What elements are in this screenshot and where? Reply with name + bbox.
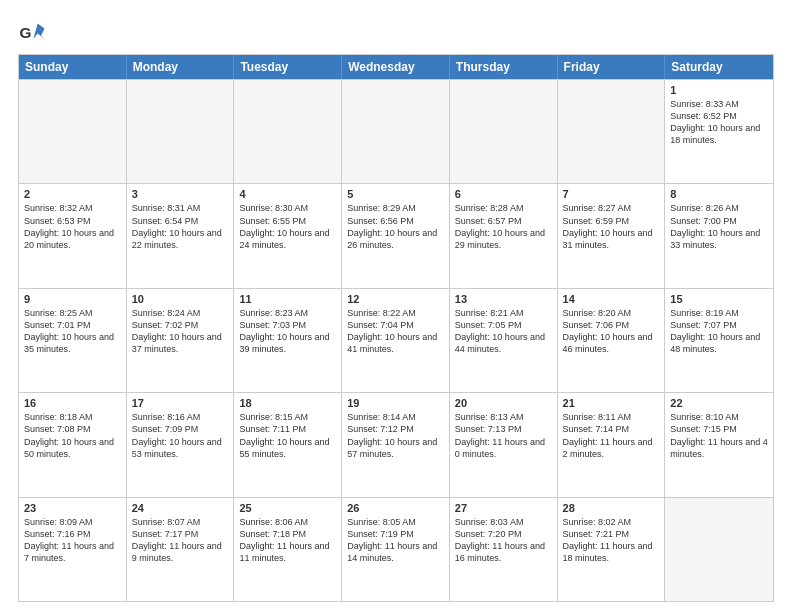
day-number: 15	[670, 293, 768, 305]
day-info: Sunrise: 8:10 AM Sunset: 7:15 PM Dayligh…	[670, 412, 768, 458]
calendar-cell	[342, 80, 450, 183]
day-info: Sunrise: 8:26 AM Sunset: 7:00 PM Dayligh…	[670, 203, 760, 249]
day-number: 6	[455, 188, 552, 200]
calendar-cell: 4Sunrise: 8:30 AM Sunset: 6:55 PM Daylig…	[234, 184, 342, 287]
cal-header-day: Saturday	[665, 55, 773, 79]
day-info: Sunrise: 8:21 AM Sunset: 7:05 PM Dayligh…	[455, 308, 545, 354]
day-number: 12	[347, 293, 444, 305]
calendar-cell: 1Sunrise: 8:33 AM Sunset: 6:52 PM Daylig…	[665, 80, 773, 183]
day-info: Sunrise: 8:32 AM Sunset: 6:53 PM Dayligh…	[24, 203, 114, 249]
calendar-cell: 16Sunrise: 8:18 AM Sunset: 7:08 PM Dayli…	[19, 393, 127, 496]
calendar-cell: 11Sunrise: 8:23 AM Sunset: 7:03 PM Dayli…	[234, 289, 342, 392]
calendar-cell: 18Sunrise: 8:15 AM Sunset: 7:11 PM Dayli…	[234, 393, 342, 496]
day-info: Sunrise: 8:25 AM Sunset: 7:01 PM Dayligh…	[24, 308, 114, 354]
svg-text:G: G	[19, 24, 31, 41]
calendar-cell	[19, 80, 127, 183]
day-info: Sunrise: 8:11 AM Sunset: 7:14 PM Dayligh…	[563, 412, 653, 458]
day-info: Sunrise: 8:13 AM Sunset: 7:13 PM Dayligh…	[455, 412, 545, 458]
day-number: 17	[132, 397, 229, 409]
calendar-cell: 24Sunrise: 8:07 AM Sunset: 7:17 PM Dayli…	[127, 498, 235, 601]
calendar-row: 9Sunrise: 8:25 AM Sunset: 7:01 PM Daylig…	[19, 288, 773, 392]
cal-header-day: Monday	[127, 55, 235, 79]
day-info: Sunrise: 8:33 AM Sunset: 6:52 PM Dayligh…	[670, 99, 760, 145]
calendar-cell	[127, 80, 235, 183]
day-info: Sunrise: 8:22 AM Sunset: 7:04 PM Dayligh…	[347, 308, 437, 354]
day-number: 27	[455, 502, 552, 514]
calendar-cell: 28Sunrise: 8:02 AM Sunset: 7:21 PM Dayli…	[558, 498, 666, 601]
calendar-cell: 22Sunrise: 8:10 AM Sunset: 7:15 PM Dayli…	[665, 393, 773, 496]
cal-header-day: Sunday	[19, 55, 127, 79]
day-info: Sunrise: 8:09 AM Sunset: 7:16 PM Dayligh…	[24, 517, 114, 563]
day-info: Sunrise: 8:20 AM Sunset: 7:06 PM Dayligh…	[563, 308, 653, 354]
calendar-body: 1Sunrise: 8:33 AM Sunset: 6:52 PM Daylig…	[19, 79, 773, 601]
calendar-cell: 8Sunrise: 8:26 AM Sunset: 7:00 PM Daylig…	[665, 184, 773, 287]
calendar: SundayMondayTuesdayWednesdayThursdayFrid…	[18, 54, 774, 602]
calendar-cell: 13Sunrise: 8:21 AM Sunset: 7:05 PM Dayli…	[450, 289, 558, 392]
day-number: 21	[563, 397, 660, 409]
calendar-cell: 25Sunrise: 8:06 AM Sunset: 7:18 PM Dayli…	[234, 498, 342, 601]
cal-header-day: Friday	[558, 55, 666, 79]
day-number: 18	[239, 397, 336, 409]
calendar-cell: 7Sunrise: 8:27 AM Sunset: 6:59 PM Daylig…	[558, 184, 666, 287]
day-number: 20	[455, 397, 552, 409]
calendar-cell: 12Sunrise: 8:22 AM Sunset: 7:04 PM Dayli…	[342, 289, 450, 392]
day-number: 10	[132, 293, 229, 305]
day-info: Sunrise: 8:16 AM Sunset: 7:09 PM Dayligh…	[132, 412, 222, 458]
calendar-row: 1Sunrise: 8:33 AM Sunset: 6:52 PM Daylig…	[19, 79, 773, 183]
day-info: Sunrise: 8:15 AM Sunset: 7:11 PM Dayligh…	[239, 412, 329, 458]
day-info: Sunrise: 8:29 AM Sunset: 6:56 PM Dayligh…	[347, 203, 437, 249]
calendar-cell: 6Sunrise: 8:28 AM Sunset: 6:57 PM Daylig…	[450, 184, 558, 287]
cal-header-day: Thursday	[450, 55, 558, 79]
day-number: 3	[132, 188, 229, 200]
svg-marker-1	[33, 24, 44, 39]
day-info: Sunrise: 8:28 AM Sunset: 6:57 PM Dayligh…	[455, 203, 545, 249]
day-number: 19	[347, 397, 444, 409]
day-info: Sunrise: 8:30 AM Sunset: 6:55 PM Dayligh…	[239, 203, 329, 249]
day-info: Sunrise: 8:05 AM Sunset: 7:19 PM Dayligh…	[347, 517, 437, 563]
day-info: Sunrise: 8:19 AM Sunset: 7:07 PM Dayligh…	[670, 308, 760, 354]
day-info: Sunrise: 8:14 AM Sunset: 7:12 PM Dayligh…	[347, 412, 437, 458]
calendar-cell: 19Sunrise: 8:14 AM Sunset: 7:12 PM Dayli…	[342, 393, 450, 496]
calendar-header: SundayMondayTuesdayWednesdayThursdayFrid…	[19, 55, 773, 79]
calendar-cell: 23Sunrise: 8:09 AM Sunset: 7:16 PM Dayli…	[19, 498, 127, 601]
day-info: Sunrise: 8:24 AM Sunset: 7:02 PM Dayligh…	[132, 308, 222, 354]
calendar-cell: 15Sunrise: 8:19 AM Sunset: 7:07 PM Dayli…	[665, 289, 773, 392]
day-number: 1	[670, 84, 768, 96]
day-number: 22	[670, 397, 768, 409]
day-info: Sunrise: 8:23 AM Sunset: 7:03 PM Dayligh…	[239, 308, 329, 354]
calendar-row: 23Sunrise: 8:09 AM Sunset: 7:16 PM Dayli…	[19, 497, 773, 601]
day-number: 11	[239, 293, 336, 305]
day-number: 14	[563, 293, 660, 305]
day-number: 23	[24, 502, 121, 514]
day-number: 24	[132, 502, 229, 514]
day-number: 13	[455, 293, 552, 305]
cal-header-day: Tuesday	[234, 55, 342, 79]
calendar-cell: 14Sunrise: 8:20 AM Sunset: 7:06 PM Dayli…	[558, 289, 666, 392]
day-info: Sunrise: 8:27 AM Sunset: 6:59 PM Dayligh…	[563, 203, 653, 249]
calendar-cell: 3Sunrise: 8:31 AM Sunset: 6:54 PM Daylig…	[127, 184, 235, 287]
day-info: Sunrise: 8:07 AM Sunset: 7:17 PM Dayligh…	[132, 517, 222, 563]
calendar-row: 2Sunrise: 8:32 AM Sunset: 6:53 PM Daylig…	[19, 183, 773, 287]
day-number: 25	[239, 502, 336, 514]
calendar-cell: 27Sunrise: 8:03 AM Sunset: 7:20 PM Dayli…	[450, 498, 558, 601]
calendar-cell: 26Sunrise: 8:05 AM Sunset: 7:19 PM Dayli…	[342, 498, 450, 601]
day-number: 26	[347, 502, 444, 514]
logo: G	[18, 18, 48, 46]
header: G	[18, 18, 774, 46]
calendar-cell	[234, 80, 342, 183]
day-number: 7	[563, 188, 660, 200]
day-number: 16	[24, 397, 121, 409]
day-number: 4	[239, 188, 336, 200]
calendar-cell: 20Sunrise: 8:13 AM Sunset: 7:13 PM Dayli…	[450, 393, 558, 496]
calendar-cell: 5Sunrise: 8:29 AM Sunset: 6:56 PM Daylig…	[342, 184, 450, 287]
day-number: 8	[670, 188, 768, 200]
calendar-row: 16Sunrise: 8:18 AM Sunset: 7:08 PM Dayli…	[19, 392, 773, 496]
calendar-cell	[665, 498, 773, 601]
logo-icon: G	[18, 18, 46, 46]
day-info: Sunrise: 8:02 AM Sunset: 7:21 PM Dayligh…	[563, 517, 653, 563]
day-info: Sunrise: 8:03 AM Sunset: 7:20 PM Dayligh…	[455, 517, 545, 563]
calendar-cell: 9Sunrise: 8:25 AM Sunset: 7:01 PM Daylig…	[19, 289, 127, 392]
calendar-cell: 10Sunrise: 8:24 AM Sunset: 7:02 PM Dayli…	[127, 289, 235, 392]
day-info: Sunrise: 8:18 AM Sunset: 7:08 PM Dayligh…	[24, 412, 114, 458]
day-info: Sunrise: 8:06 AM Sunset: 7:18 PM Dayligh…	[239, 517, 329, 563]
